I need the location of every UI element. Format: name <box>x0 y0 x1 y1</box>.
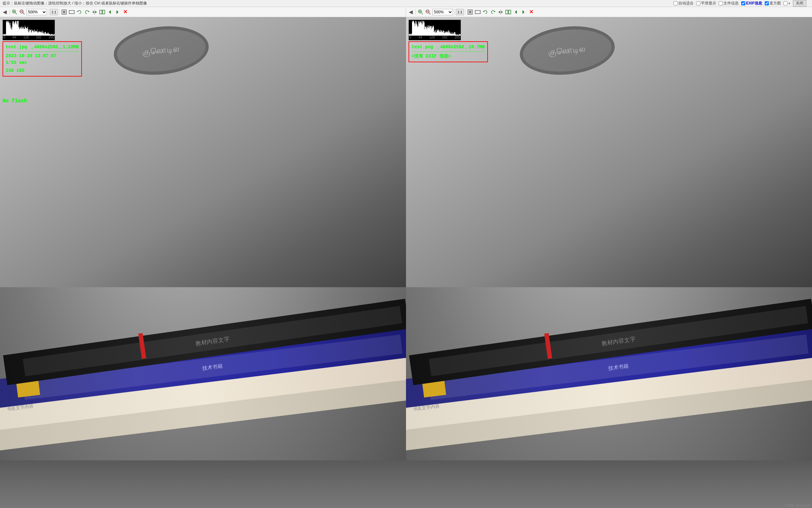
svg-marker-11 <box>88 11 90 12</box>
svg-rect-15 <box>100 10 102 14</box>
svg-marker-32 <box>498 11 500 13</box>
plus-label[interactable]: + <box>783 1 791 6</box>
zoom-select-left[interactable]: 500% 400% 300% 200% 100% 75% 50% <box>26 9 47 15</box>
info-box-left: test.jpg ，4608x2592，1.22MB 2023-10-29 13… <box>3 41 82 77</box>
zoom-1-1-button-left[interactable]: 1:1 <box>50 9 58 15</box>
zoom-select-right[interactable]: 500% 400% 300% 200% 100% <box>432 9 453 15</box>
filename-right: test.png ，4608x2592，10.7MB <box>412 44 485 50</box>
fit-window-button-right[interactable] <box>467 9 474 15</box>
svg-marker-33 <box>501 11 503 13</box>
prev-image-button-right[interactable] <box>512 9 519 15</box>
compare-button-left[interactable] <box>99 9 106 15</box>
close-button-top[interactable]: 关闭 <box>793 0 806 7</box>
auto-fit-label[interactable]: 自动适合 <box>674 1 694 6</box>
svg-rect-9 <box>69 10 74 14</box>
file-info-checkbox[interactable] <box>719 1 723 5</box>
rotate-right-button-left[interactable] <box>84 9 91 15</box>
date-left: 2023-10-29 13:07:07 <box>6 53 79 59</box>
watermark: CSDN @bug404 <box>785 504 811 507</box>
close-button-left[interactable]: ✕ <box>122 9 129 15</box>
fit-window-button-left[interactable] <box>61 9 67 15</box>
filename-left: test.jpg ，4608x2592，1.22MB <box>6 44 79 50</box>
auto-fit-checkbox[interactable] <box>674 1 678 5</box>
histogram-checkbox[interactable] <box>765 1 769 5</box>
svg-marker-18 <box>116 10 118 14</box>
toolbar-right: ◀ 500% 400% 300% 200% 100% 1:1 ✕ <box>406 7 812 17</box>
zoom-out-button-right[interactable] <box>425 9 432 15</box>
zoom-out-button-left[interactable] <box>19 9 26 15</box>
svg-rect-35 <box>509 10 511 14</box>
right-photo-content: குலொடில 教材内容文字 技术书籍 书名文字内 <box>406 17 812 508</box>
compare-button-right[interactable] <box>505 9 512 15</box>
svg-rect-27 <box>469 11 471 13</box>
svg-marker-17 <box>109 10 111 14</box>
rotate-left-button-left[interactable] <box>76 9 83 15</box>
top-controls: 自动适合 平滑显示 文件信息 EXIF信息 直方图 + 关闭 <box>674 0 809 7</box>
prev-image-button-left[interactable] <box>106 9 113 15</box>
svg-marker-13 <box>92 11 94 13</box>
info-box-right: test.png ，4608x2592，10.7MB <没有 EXIF 信息> <box>409 41 488 62</box>
mirror-button-right[interactable] <box>497 9 504 15</box>
fit-width-button-right[interactable] <box>474 9 481 15</box>
next-image-button-right[interactable] <box>520 9 527 15</box>
close-button-right[interactable]: ✕ <box>528 9 534 15</box>
left-photo-content: குலொடில 教材内容文字 技术书籍 <box>0 17 406 508</box>
histogram-label[interactable]: 直方图 <box>765 1 781 6</box>
svg-rect-8 <box>63 11 65 13</box>
nav-back-button-right[interactable]: ◀ <box>407 9 414 15</box>
left-image-panel[interactable]: குலொடில 教材内容文字 技术书籍 <box>0 17 406 508</box>
svg-marker-14 <box>95 11 97 13</box>
svg-line-5 <box>23 13 25 14</box>
zoom-in-button-right[interactable] <box>417 9 424 15</box>
svg-line-1 <box>15 13 17 14</box>
mirror-button-left[interactable] <box>91 9 98 15</box>
rotate-right-button-right[interactable] <box>489 9 496 15</box>
right-image-panel[interactable]: குலொடில 教材内容文字 技术书籍 书名文字内 <box>406 17 812 508</box>
toolbar-left: ◀ 500% 400% 300% 200% 100% 75% 50% 1:1 <box>0 7 406 17</box>
fit-width-button-left[interactable] <box>68 9 75 15</box>
histogram-right: 0 64 128 192 255 <box>409 20 461 40</box>
histogram-left: 0 64 128 192 255 <box>3 20 55 40</box>
zoom-1-1-button-right[interactable]: 1:1 <box>456 9 464 15</box>
plus-checkbox[interactable] <box>783 1 787 5</box>
instruction-text: 提示：鼠标左键拖动图像；滚轮控制放大 / 缩小；按住 Ctrl 或者鼠标右键操作… <box>3 1 147 6</box>
file-info-label[interactable]: 文件信息 <box>719 1 739 6</box>
nav-back-button-left[interactable]: ◀ <box>1 9 8 15</box>
svg-rect-16 <box>102 10 105 14</box>
smooth-display-label[interactable]: 平滑显示 <box>696 1 716 6</box>
no-flash-text: No flash <box>3 98 27 104</box>
svg-rect-28 <box>475 10 480 14</box>
svg-marker-37 <box>523 10 524 14</box>
svg-marker-30 <box>494 11 495 12</box>
exif-info-label[interactable]: EXIF信息 <box>741 1 762 6</box>
rotate-left-button-right[interactable] <box>482 9 489 15</box>
svg-marker-29 <box>483 11 485 12</box>
instruction-bar: 提示：鼠标左键拖动图像；滚轮控制放大 / 缩小；按住 Ctrl 或者鼠标右键操作… <box>0 0 812 7</box>
svg-line-24 <box>429 13 430 14</box>
zoom-in-button-left[interactable] <box>11 9 18 15</box>
smooth-display-checkbox[interactable] <box>696 1 700 5</box>
exif-info-checkbox[interactable] <box>741 1 745 5</box>
svg-marker-36 <box>515 10 517 14</box>
svg-line-20 <box>421 13 423 14</box>
exif-note-right: <没有 EXIF 信息> <box>412 53 485 60</box>
svg-rect-34 <box>506 10 508 14</box>
iso-left: ISO 165 <box>6 67 79 74</box>
shutter-left: 1/33 sec <box>6 59 79 66</box>
next-image-button-left[interactable] <box>114 9 121 15</box>
svg-marker-10 <box>77 11 79 12</box>
